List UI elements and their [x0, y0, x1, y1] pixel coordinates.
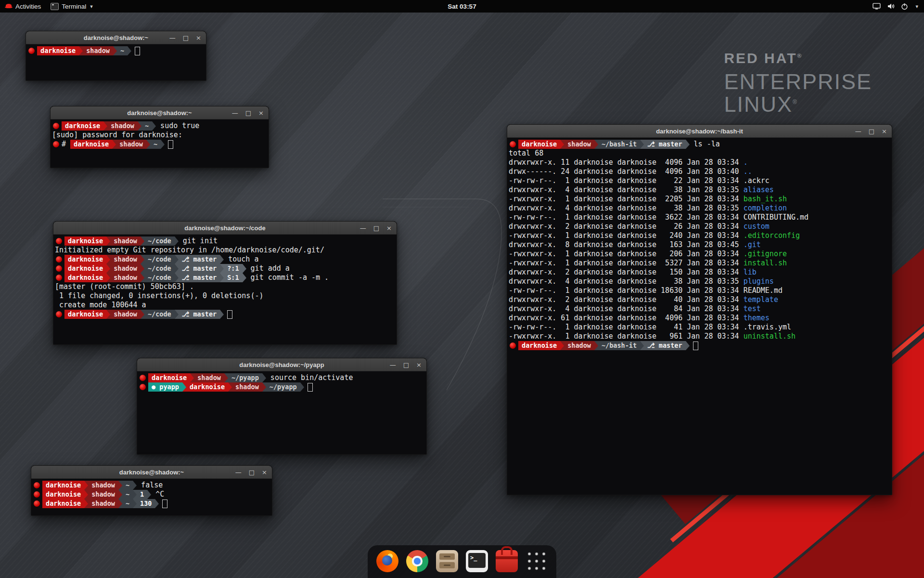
- terminal-text: -rw-rw-r--. 1 darknoise darknoise 22 Jan…: [509, 176, 744, 185]
- prompt-segment-path: ~/code: [144, 264, 175, 273]
- terminal-content[interactable]: darknoiseshadow~/bash-it⎇ master ls -lat…: [507, 138, 892, 352]
- maximize-button[interactable]: □: [403, 362, 409, 368]
- terminal-line: ● pyappdarknoiseshadow~/pyapp: [139, 382, 425, 392]
- prompt-segment-path: ~: [117, 46, 128, 55]
- clock[interactable]: Sat 03:57: [448, 3, 476, 10]
- terminal-content[interactable]: darknoiseshadow~ sudo true[sudo] passwor…: [51, 119, 269, 151]
- powerline-arrow-icon: [155, 499, 159, 508]
- terminal-text: 1 file changed, 0 insertions(+), 0 delet…: [55, 291, 263, 300]
- terminal-window[interactable]: darknoise@shadow:~/bash-it—□×darknoisesh…: [507, 124, 892, 495]
- close-button[interactable]: ×: [416, 362, 422, 368]
- close-button[interactable]: ×: [882, 128, 887, 134]
- terminal-line: darknoiseshadow~/code git init: [55, 236, 395, 246]
- terminal-text: -rwxrwxr-x. 1 darknoise darknoise 961 Ja…: [509, 332, 744, 341]
- show-apps-dock-icon[interactable]: [526, 550, 548, 572]
- redhat-prompt-icon: [140, 375, 146, 381]
- terminal-text: themes: [744, 314, 770, 322]
- minimize-button[interactable]: —: [232, 110, 238, 116]
- dock-items: >_: [376, 550, 548, 572]
- system-menu[interactable]: ▾: [867, 3, 924, 10]
- terminal-line: darknoiseshadow~/pyapp source bin/activa…: [139, 373, 425, 382]
- powerline-arrow-icon: [220, 255, 224, 264]
- redhat-prompt-icon: [56, 265, 62, 272]
- minimize-button[interactable]: —: [169, 35, 176, 41]
- files-dock-icon[interactable]: [436, 550, 458, 572]
- close-button[interactable]: ×: [196, 35, 201, 41]
- prompt-segment-path: ~: [122, 499, 133, 508]
- terminal-line: darknoiseshadow~130: [33, 499, 270, 508]
- maximize-button[interactable]: □: [373, 225, 379, 231]
- terminal-text: -rw-rw-r--. 1 darknoise darknoise 41 Jan…: [509, 323, 744, 331]
- minimize-button[interactable]: —: [360, 225, 366, 231]
- terminal-line: darknoiseshadow~/code⎇ master: [55, 310, 395, 319]
- firefox-dock-icon[interactable]: [376, 550, 398, 572]
- close-button[interactable]: ×: [258, 110, 264, 116]
- maximize-button[interactable]: □: [869, 128, 874, 134]
- prompt-segment-user: darknoise: [64, 264, 106, 273]
- powerline-arrow-icon: [106, 264, 110, 273]
- prompt-segment-user: darknoise: [518, 341, 560, 350]
- terminal-content[interactable]: darknoiseshadow~/code git initInitialize…: [53, 235, 397, 321]
- window-titlebar[interactable]: darknoise@shadow:~/bash-it—□×: [507, 125, 892, 138]
- terminal-text: .travis.yml: [744, 323, 791, 331]
- terminal-text: drwxrwxr-x. 2 darknoise darknoise 40 Jan…: [509, 295, 744, 304]
- powerline-arrow-icon: [560, 140, 564, 149]
- activities-button[interactable]: Activities: [0, 0, 46, 13]
- maximize-button[interactable]: □: [249, 469, 255, 475]
- close-button[interactable]: ×: [262, 469, 267, 475]
- maximize-button[interactable]: □: [183, 35, 189, 41]
- minimize-button[interactable]: —: [235, 469, 242, 475]
- prompt-segment-path: ~: [122, 490, 133, 499]
- app-menu-button[interactable]: Terminal ▾: [46, 0, 98, 13]
- window-title: darknoise@shadow:~/bash-it: [656, 128, 743, 135]
- terminal-text: -rwxrwxr-x. 1 darknoise darknoise 2205 J…: [509, 195, 744, 203]
- powerline-arrow-icon: [228, 382, 232, 392]
- terminal-window[interactable]: darknoise@shadow:~—□×darknoiseshadow~ su…: [50, 106, 269, 168]
- window-titlebar[interactable]: darknoise@shadow:~/code—□×: [53, 222, 397, 235]
- window-titlebar[interactable]: darknoise@shadow:~/pyapp—□×: [137, 358, 426, 371]
- terminal-window[interactable]: darknoise@shadow:~—□×darknoiseshadow~: [26, 31, 206, 81]
- toolbox-dock-icon[interactable]: [496, 550, 518, 572]
- chrome-dock-icon[interactable]: [406, 550, 428, 572]
- prompt-segment-host: shadow: [88, 490, 118, 499]
- terminal-content[interactable]: darknoiseshadow~ falsedarknoiseshadow~1 …: [31, 479, 272, 510]
- terminal-cursor: [693, 342, 698, 350]
- prompt-segment-user: darknoise: [64, 273, 106, 282]
- window-titlebar[interactable]: darknoise@shadow:~—□×: [31, 466, 272, 479]
- window-titlebar[interactable]: darknoise@shadow:~—□×: [51, 106, 269, 119]
- terminal-content[interactable]: darknoiseshadow~/pyapp source bin/activa…: [137, 371, 426, 394]
- terminal-line: darknoiseshadow~/code⎇ master?:1 git add…: [55, 264, 395, 273]
- powerline-arrow-icon: [182, 382, 186, 392]
- desktop: RED HAT® ENTERPRISE LINUX® darknoise@sha…: [0, 0, 924, 578]
- powerline-arrow-icon: [175, 255, 179, 264]
- close-button[interactable]: ×: [386, 225, 392, 231]
- prompt-segment-host: shadow: [110, 264, 141, 273]
- terminal-line: drwxrwxr-x. 4 darknoise darknoise 38 Jan…: [509, 204, 890, 213]
- prompt-segment-code: 130: [137, 499, 155, 508]
- terminal-text: drwxrwxr-x. 11 darknoise darknoise 4096 …: [509, 158, 744, 167]
- powerline-arrow-icon: [594, 341, 598, 350]
- minimize-button[interactable]: —: [390, 362, 396, 368]
- terminal-window[interactable]: darknoise@shadow:~/code—□×darknoiseshado…: [53, 221, 397, 345]
- terminal-line: -rwxrwxr-x. 1 darknoise darknoise 240 Ja…: [509, 231, 890, 240]
- powerline-arrow-icon: [118, 490, 122, 499]
- terminal-text: #: [62, 140, 70, 148]
- terminal-window[interactable]: darknoise@shadow:~/pyapp—□×darknoiseshad…: [137, 358, 427, 455]
- window-titlebar[interactable]: darknoise@shadow:~—□×: [26, 31, 206, 44]
- maximize-button[interactable]: □: [245, 110, 251, 116]
- powerline-arrow-icon: [152, 121, 156, 131]
- prompt-segment-user: darknoise: [64, 310, 106, 319]
- terminal-text: .editorconfig: [744, 231, 800, 240]
- firefox-globe-icon: [382, 555, 392, 565]
- minimize-button[interactable]: —: [855, 128, 861, 134]
- powerline-arrow-icon: [141, 236, 144, 246]
- terminal-content[interactable]: darknoiseshadow~: [26, 44, 206, 57]
- powerline-arrow-icon: [686, 341, 690, 350]
- redhat-prompt-icon: [56, 275, 62, 281]
- prompt-segment-host: shadow: [110, 273, 141, 282]
- window-controls: —□×: [235, 466, 267, 478]
- prompt-segment-path: ~: [122, 481, 133, 490]
- terminal-text: .ackrc: [744, 176, 770, 185]
- terminal-dock-icon[interactable]: >_: [466, 550, 488, 572]
- terminal-window[interactable]: darknoise@shadow:~—□×darknoiseshadow~ fa…: [31, 465, 272, 516]
